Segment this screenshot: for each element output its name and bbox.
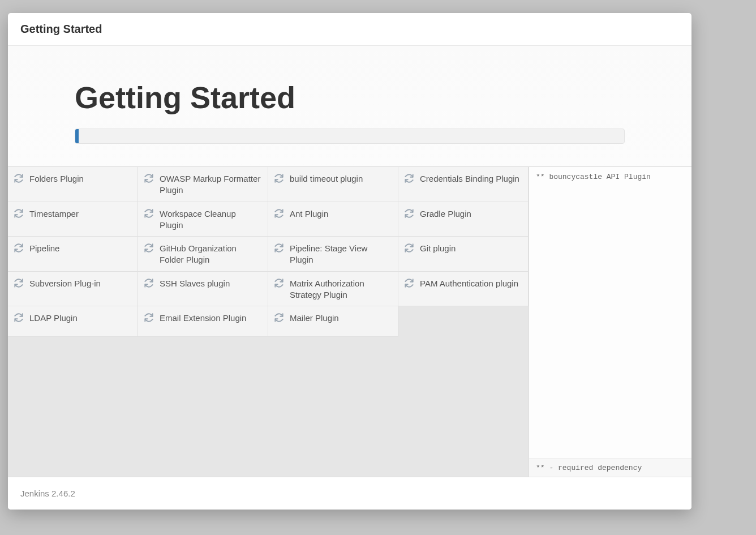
refresh-icon [14,208,24,219]
plugin-cell: Subversion Plug-in [8,272,138,307]
plugin-name: Workspace Cleanup Plugin [160,207,261,232]
plugin-name: Email Extension Plugin [160,311,246,324]
plugin-name: Mailer Plugin [290,311,339,324]
refresh-icon [14,278,24,288]
jenkins-version: Jenkins 2.46.2 [20,489,75,498]
plugin-cell: Git plugin [398,237,529,272]
plugin-name: Pipeline [29,242,59,254]
refresh-icon [144,243,154,253]
plugin-cell: Workspace Cleanup Plugin [138,202,268,237]
plugin-cell: Gradle Plugin [398,202,529,237]
body-area: Folders PluginOWASP Markup Formatter Plu… [8,167,691,477]
install-log-footer: ** - required dependency [529,459,691,477]
plugin-name: GitHub Organization Folder Plugin [160,242,261,266]
plugin-name: Folders Plugin [29,172,84,185]
refresh-icon [144,173,154,183]
setup-wizard-modal: Getting Started Getting Started Folders … [8,13,691,510]
plugin-name: Git plugin [420,242,456,254]
plugin-name: OWASP Markup Formatter Plugin [160,172,261,196]
plugin-cell: Timestamper [8,202,138,237]
plugin-cell: Matrix Authorization Strategy Plugin [268,272,398,307]
plugin-cell: Folders Plugin [8,167,138,202]
modal-footer: Jenkins 2.46.2 [8,477,691,510]
refresh-icon [274,173,284,183]
refresh-icon [274,278,284,288]
refresh-icon [274,243,284,253]
hero-section: Getting Started [8,46,691,167]
plugin-cell: PAM Authentication plugin [398,272,529,307]
refresh-icon [404,208,414,219]
plugin-name: Matrix Authorization Strategy Plugin [290,277,391,301]
plugin-name: Subversion Plug-in [29,277,101,289]
refresh-icon [274,313,284,323]
plugin-name: Ant Plugin [290,207,328,220]
plugin-cell: SSH Slaves plugin [138,272,268,307]
plugin-grid: Folders PluginOWASP Markup Formatter Plu… [8,167,529,477]
plugin-name: Timestamper [29,207,79,220]
plugin-cell: OWASP Markup Formatter Plugin [138,167,268,202]
plugin-name: PAM Authentication plugin [420,277,518,289]
plugin-cell: LDAP Plugin [8,306,138,337]
refresh-icon [144,208,154,219]
install-progress-bar [75,129,625,144]
install-progress-fill [75,129,79,143]
plugin-cell: Ant Plugin [268,202,398,237]
plugin-cell: Pipeline: Stage View Plugin [268,237,398,272]
refresh-icon [404,173,414,183]
plugin-cell: Mailer Plugin [268,306,398,337]
refresh-icon [144,278,154,288]
plugin-cell: Email Extension Plugin [138,306,268,337]
refresh-icon [14,243,24,253]
plugin-cell: Pipeline [8,237,138,272]
refresh-icon [14,313,24,323]
install-log-panel: ** bouncycastle API Plugin ** - required… [529,167,691,477]
plugin-cell: GitHub Organization Folder Plugin [138,237,268,272]
hero-title: Getting Started [75,80,625,115]
plugin-name: LDAP Plugin [29,311,78,324]
plugin-cell: build timeout plugin [268,167,398,202]
install-log-body: ** bouncycastle API Plugin [529,167,691,459]
refresh-icon [404,278,414,288]
plugin-name: SSH Slaves plugin [160,277,230,289]
modal-header: Getting Started [8,13,691,46]
modal-title: Getting Started [20,23,679,36]
refresh-icon [274,208,284,219]
refresh-icon [144,313,154,323]
refresh-icon [14,173,24,183]
refresh-icon [404,243,414,253]
plugin-name: Pipeline: Stage View Plugin [290,242,391,266]
plugin-name: build timeout plugin [290,172,363,185]
plugin-cell: Credentials Binding Plugin [398,167,529,202]
plugin-name: Credentials Binding Plugin [420,172,519,185]
plugin-name: Gradle Plugin [420,207,471,220]
